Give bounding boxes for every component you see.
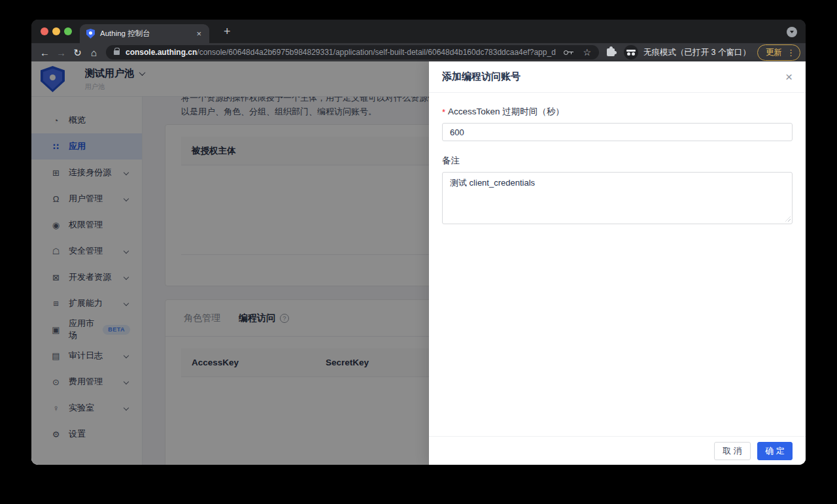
window-close-button[interactable]	[41, 27, 48, 35]
window-minimize-button[interactable]	[52, 27, 60, 35]
browser-tab-authing[interactable]: Authing 控制台 ×	[80, 24, 209, 43]
browser-tabstrip: Authing 控制台 × +	[31, 20, 806, 43]
forward-button[interactable]: →	[53, 48, 69, 58]
incognito-label: 无痕模式（已打开 3 个窗口）	[643, 47, 751, 58]
tab-title: Authing 控制台	[100, 29, 195, 39]
note-label-text: 备注	[442, 155, 460, 167]
token-expiry-input[interactable]	[442, 123, 793, 141]
close-icon[interactable]: ×	[785, 71, 793, 83]
confirm-button[interactable]: 确 定	[757, 442, 793, 460]
chrome-update-label: 更新	[766, 47, 782, 58]
token-expiry-label-text: AccessToken 过期时间（秒）	[448, 106, 564, 118]
browser-toolbar: ← → ↻ ⌂ console.authing.cn /console/6064…	[31, 43, 806, 61]
authing-favicon-shield-icon	[86, 29, 95, 39]
note-textarea[interactable]: 测试 client_credentials	[442, 172, 793, 224]
drawer-body: * AccessToken 过期时间（秒） 备注 测试 client_crede…	[429, 93, 806, 237]
drawer-title: 添加编程访问账号	[442, 71, 521, 83]
incognito-avatar-icon	[624, 45, 638, 59]
new-tab-button[interactable]: +	[220, 24, 235, 40]
bookmark-star-icon[interactable]: ☆	[583, 48, 592, 57]
note-label: 备注	[442, 155, 793, 167]
password-key-icon[interactable]	[564, 50, 568, 55]
drawer-header: 添加编程访问账号 ×	[429, 61, 806, 93]
token-expiry-label: * AccessToken 过期时间（秒）	[442, 106, 793, 118]
home-button[interactable]: ⌂	[86, 48, 102, 58]
browser-window: Authing 控制台 × + ← → ↻ ⌂ console.authing.…	[31, 20, 806, 465]
menu-kebab-icon[interactable]: ⋮	[787, 48, 795, 58]
url-path: /console/60648d4a2b6975b984829331/applic…	[197, 48, 555, 57]
tab-search-chevron-icon[interactable]	[787, 27, 797, 37]
extensions-puzzle-icon[interactable]	[607, 48, 615, 56]
tab-close-icon[interactable]: ×	[195, 29, 203, 39]
chrome-update-button[interactable]: 更新 ⋮	[757, 44, 800, 61]
address-bar[interactable]: console.authing.cn /console/60648d4a2b69…	[106, 45, 599, 59]
lock-icon	[114, 50, 120, 55]
drawer-footer: 取 消 确 定	[429, 436, 806, 465]
authing-console-page: 测试用户池 用户池 ◔ 概览 ∷ 应用 ⊞ 连接身份源 Ω	[31, 61, 806, 465]
reload-button[interactable]: ↻	[69, 48, 86, 58]
window-zoom-button[interactable]	[64, 27, 72, 35]
url-host: console.authing.cn	[126, 48, 197, 57]
required-asterisk: *	[442, 107, 445, 117]
cancel-button[interactable]: 取 消	[714, 442, 751, 460]
note-textarea-wrap: 测试 client_credentials	[442, 172, 793, 224]
back-button[interactable]: ←	[37, 48, 53, 58]
add-programmatic-account-drawer: 添加编程访问账号 × * AccessToken 过期时间（秒） 备注 测试 c…	[429, 61, 806, 465]
